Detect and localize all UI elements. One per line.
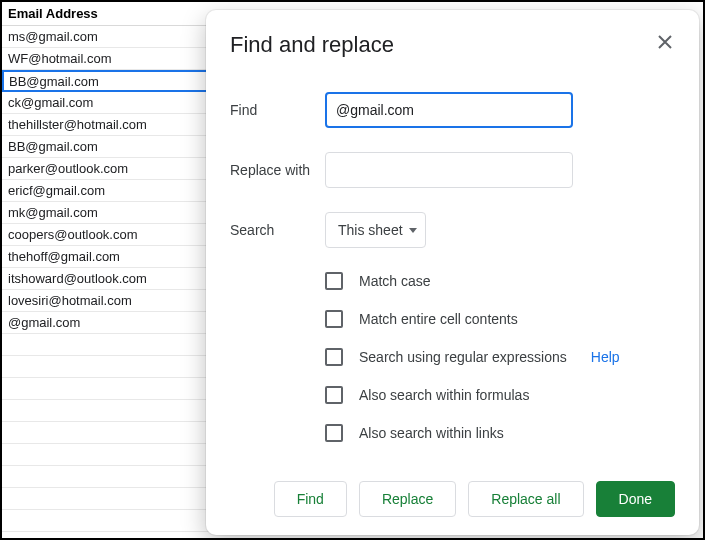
cell[interactable]: thehoff@gmail.com: [2, 246, 212, 268]
checkbox-icon: [325, 272, 343, 290]
links-option[interactable]: Also search within links: [325, 424, 675, 442]
cell-empty[interactable]: [2, 378, 212, 400]
match-entire-label: Match entire cell contents: [359, 311, 518, 327]
search-label: Search: [230, 222, 325, 238]
cell[interactable]: coopers@outlook.com: [2, 224, 212, 246]
cell-empty[interactable]: [2, 466, 212, 488]
close-button[interactable]: [655, 32, 675, 52]
cell[interactable]: WF@hotmail.com: [2, 48, 212, 70]
checkbox-icon: [325, 348, 343, 366]
chevron-down-icon: [409, 228, 417, 233]
cell[interactable]: BB@gmail.com: [2, 136, 212, 158]
cell[interactable]: ericf@gmail.com: [2, 180, 212, 202]
cell-empty[interactable]: [2, 422, 212, 444]
cell-empty[interactable]: [2, 444, 212, 466]
cell[interactable]: thehillster@hotmail.com: [2, 114, 212, 136]
cell[interactable]: lovesiri@hotmail.com: [2, 290, 212, 312]
cell[interactable]: @gmail.com: [2, 312, 212, 334]
replace-input[interactable]: [325, 152, 573, 188]
regex-label: Search using regular expressions: [359, 349, 567, 365]
formulas-option[interactable]: Also search within formulas: [325, 386, 675, 404]
replace-all-button[interactable]: Replace all: [468, 481, 583, 517]
cell[interactable]: ck@gmail.com: [2, 92, 212, 114]
cell-empty[interactable]: [2, 488, 212, 510]
done-button[interactable]: Done: [596, 481, 675, 517]
match-entire-option[interactable]: Match entire cell contents: [325, 310, 675, 328]
match-case-label: Match case: [359, 273, 431, 289]
cell[interactable]: mk@gmail.com: [2, 202, 212, 224]
cell-empty[interactable]: [2, 510, 212, 532]
cell-empty[interactable]: [2, 334, 212, 356]
cell-empty[interactable]: [2, 356, 212, 378]
replace-button[interactable]: Replace: [359, 481, 456, 517]
regex-option[interactable]: Search using regular expressions Help: [325, 348, 675, 366]
checkbox-icon: [325, 424, 343, 442]
cell[interactable]: itshoward@outlook.com: [2, 268, 212, 290]
checkbox-icon: [325, 310, 343, 328]
checkbox-icon: [325, 386, 343, 404]
close-icon: [658, 35, 672, 49]
dialog-title: Find and replace: [230, 32, 394, 58]
match-case-option[interactable]: Match case: [325, 272, 675, 290]
cell[interactable]: BB@gmail.com: [2, 70, 212, 92]
formulas-label: Also search within formulas: [359, 387, 529, 403]
find-label: Find: [230, 102, 325, 118]
find-replace-dialog: Find and replace Find Replace with Searc…: [206, 10, 699, 535]
spreadsheet-column: Email Address ms@gmail.comWF@hotmail.com…: [2, 2, 212, 532]
regex-help-link[interactable]: Help: [591, 349, 620, 365]
cell[interactable]: parker@outlook.com: [2, 158, 212, 180]
cell[interactable]: ms@gmail.com: [2, 26, 212, 48]
column-header[interactable]: Email Address: [2, 2, 212, 26]
replace-label: Replace with: [230, 162, 325, 178]
find-input[interactable]: [325, 92, 573, 128]
links-label: Also search within links: [359, 425, 504, 441]
search-scope-dropdown[interactable]: This sheet: [325, 212, 426, 248]
search-scope-value: This sheet: [338, 222, 403, 238]
cell-empty[interactable]: [2, 400, 212, 422]
find-button[interactable]: Find: [274, 481, 347, 517]
